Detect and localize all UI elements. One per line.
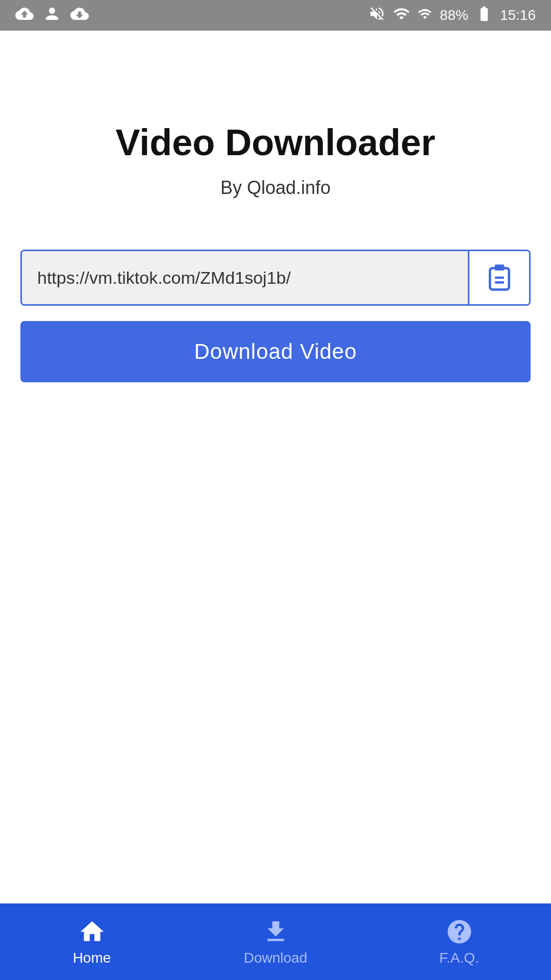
cloud-upload-icon [15,5,34,27]
app-subtitle: By Qload.info [220,177,331,199]
cloud-download-icon [70,5,89,27]
main-content: Video Downloader By Qload.info Download … [0,31,551,903]
home-icon [78,918,106,946]
download-video-button[interactable]: Download Video [20,321,531,382]
account-icon [43,5,61,27]
bottom-navigation: Home Download F.A.Q. [0,903,551,980]
nav-label-faq: F.A.Q. [439,950,479,966]
clipboard-button[interactable] [468,251,529,304]
nav-item-faq[interactable]: F.A.Q. [367,918,551,966]
status-bar-left [15,5,89,27]
battery-icon [475,5,493,26]
clipboard-icon [485,263,514,292]
nav-label-home: Home [73,950,111,966]
wifi-icon [393,5,410,26]
signal-icon [417,5,433,26]
url-input-row [20,250,531,306]
nav-item-home[interactable]: Home [0,918,184,966]
status-bar: 88% 15:16 [0,0,551,31]
faq-icon [445,918,473,946]
app-title: Video Downloader [116,122,436,163]
svg-rect-1 [494,265,504,271]
nav-item-download[interactable]: Download [184,918,367,966]
nav-label-download: Download [244,950,308,966]
download-nav-icon [262,918,290,946]
url-input[interactable] [22,251,468,304]
battery-percent: 88% [440,7,468,23]
mute-icon [368,5,386,26]
clock: 15:16 [500,7,536,23]
status-bar-right: 88% 15:16 [368,5,536,26]
